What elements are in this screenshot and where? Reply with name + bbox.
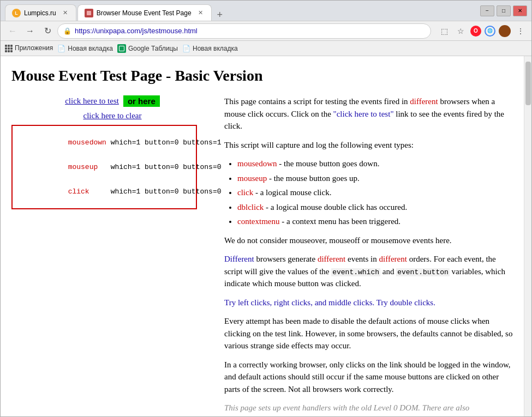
bullet-2-name: mouseup [237,174,267,183]
right-p3: We do not consider mouseover, mouseoff o… [224,234,513,247]
right-p8: This page sets up event handlers with th… [224,402,513,414]
bullet-list: mousedown - the mouse button goes down. … [237,158,513,228]
bookmark-newtab1-label: Новая вкладка [68,45,113,52]
maximize-button[interactable]: □ [497,5,511,16]
avatar[interactable] [499,25,511,37]
title-bar-controls: − □ ✕ [480,5,527,16]
right-p4-code1: event.which [331,268,380,276]
right-p4-code2: event.button [396,268,450,276]
left-column: click here to test or here click here to… [11,95,213,209]
event-log-line-3: click which=1 button=0 buttons=0 [17,179,192,204]
bullet-5-name: contextmenu [237,217,279,226]
tab-browser-test[interactable]: Browser Mouse Event Test Page ✕ [77,4,212,21]
bookmark-sheets-label: Google Таблицы [128,45,178,52]
apps-grid-icon [5,44,13,52]
bookmark-apps[interactable]: Приложения [5,44,53,52]
bookmark-star-icon[interactable]: ☆ [454,25,467,38]
bullet-4-text: - a logical mouse double click has occur… [264,203,407,211]
test-links-row: click here to test or here [11,95,213,107]
right-p6: Every attempt has been made to disable t… [224,315,513,352]
bullet-5-text: - a context menu has been triggered. [279,217,401,226]
bookmark-sheets[interactable]: Google Таблицы [117,44,178,53]
bullet-3-name: click [237,188,253,197]
right-p4-different3: different [379,255,407,263]
right-p4: Different browsers generate different ev… [224,253,513,290]
bullet-2-text: - the mouse button goes up. [267,174,360,183]
globe-icon[interactable]: 🌐 [485,26,495,37]
right-column: This page contains a script for testing … [224,95,513,414]
right-p4-t1: browsers generate [254,255,318,263]
page-icon-2: 📄 [182,45,190,52]
browser-test-favicon [85,9,93,17]
right-p4-t4: and [380,267,396,276]
right-p1-link: "click here to test" [333,110,394,118]
bullet-5: contextmenu - a context menu has been tr… [237,215,513,228]
bookmark-apps-label: Приложения [15,44,53,52]
right-p4-t2: events in [345,255,379,263]
right-p7: In a correctly working browser, only cli… [224,359,513,396]
page-icon-1: 📄 [57,45,65,52]
nav-bar: ← → ↻ 🔒 ⬚ ☆ O 🌐 ⋮ [1,21,531,41]
page-area: Mouse Event Test Page - Basic Version cl… [1,56,531,416]
opera-icon[interactable]: O [470,26,481,37]
or-here-button[interactable]: or here [123,95,160,107]
address-bar[interactable] [75,27,425,35]
event-log-line-2: mouseup which=1 button=0 buttons=0 [17,155,192,179]
minimize-button[interactable]: − [480,5,494,16]
tab-lumpics-close[interactable]: ✕ [62,9,69,17]
title-bar: L Lumpics.ru ✕ Browser Mouse Event Test … [1,1,531,21]
tab-browser-test-label: Browser Mouse Event Test Page [97,9,192,17]
event-name-2: mouseup [68,163,106,171]
event-name-1: mousedown [68,138,106,147]
bookmark-newtab1[interactable]: 📄 Новая вкладка [57,45,113,52]
event-name-3: click [68,188,106,196]
click-here-to-clear-link[interactable]: click here to clear [11,111,213,120]
sheets-icon [117,44,126,53]
right-text: This page contains a script for testing … [224,95,513,414]
bullet-4-name: dblclick [237,203,264,211]
right-p4-different2: different [318,255,345,263]
right-p8-text: This page sets up event handlers with th… [224,403,469,412]
bullet-3-text: - a logical mouse click. [253,188,331,197]
back-button[interactable]: ← [5,23,20,39]
right-p1-text: This page contains a script for testing … [224,97,410,106]
address-bar-container[interactable]: 🔒 [57,23,431,39]
forward-button[interactable]: → [22,23,38,39]
event-log: mousedown which=1 button=0 buttons=1 mou… [11,125,197,209]
scrollbar[interactable] [524,56,531,416]
lumpics-favicon: L [12,9,21,17]
right-p2: This script will capture and log the fol… [224,139,513,152]
page-title: Mouse Event Test Page - Basic Version [11,67,513,84]
event-log-line-1: mousedown which=1 button=0 buttons=1 [17,130,192,155]
bullet-2: mouseup - the mouse button goes up. [237,172,513,185]
scrollbar-thumb[interactable] [525,62,531,105]
bookmark-newtab2[interactable]: 📄 Новая вкладка [182,45,238,52]
menu-icon[interactable]: ⋮ [514,25,527,38]
bookmark-newtab2-label: Новая вкладка [193,45,238,52]
right-p1: This page contains a script for testing … [224,95,513,132]
bullet-1-text: - the mouse button goes down. [277,159,380,168]
right-p5-text: Try left clicks, right clicks, and middl… [224,298,435,307]
right-p5: Try left clicks, right clicks, and middl… [224,297,513,309]
nav-right-icons: ⬚ ☆ O 🌐 ⋮ [438,25,527,38]
bullet-3: click - a logical mouse click. [237,186,513,199]
cast-icon[interactable]: ⬚ [438,25,451,38]
page-content: Mouse Event Test Page - Basic Version cl… [1,56,524,416]
right-p4-different1: Different [224,255,254,263]
bookmarks-bar: Приложения 📄 Новая вкладка Google Таблиц… [1,41,531,56]
bullet-1: mousedown - the mouse button goes down. [237,158,513,170]
reload-button[interactable]: ↻ [40,23,55,39]
tab-browser-test-close[interactable]: ✕ [197,9,205,17]
new-tab-button[interactable]: + [213,9,228,21]
tab-lumpics-label: Lumpics.ru [24,9,56,17]
click-here-to-test-link[interactable]: click here to test [65,96,119,106]
lock-icon: 🔒 [63,27,71,35]
close-button[interactable]: ✕ [513,5,527,16]
browser-window: L Lumpics.ru ✕ Browser Mouse Event Test … [0,0,532,417]
bullet-1-name: mousedown [237,159,277,168]
bullet-4: dblclick - a logical mouse double click … [237,201,513,214]
tab-lumpics[interactable]: L Lumpics.ru ✕ [5,4,76,21]
tabs-container: L Lumpics.ru ✕ Browser Mouse Event Test … [5,1,476,21]
right-p1-different: different [410,97,438,106]
